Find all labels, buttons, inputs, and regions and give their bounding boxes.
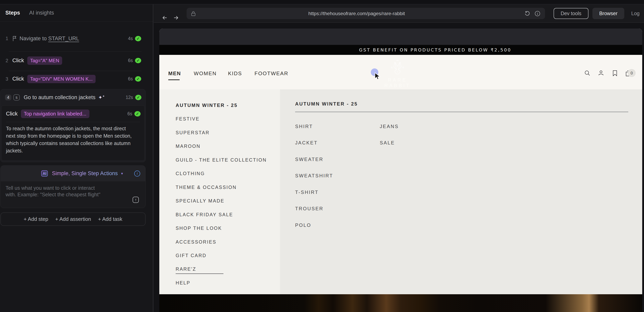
menu-item-rarez[interactable]: RARE'Z	[159, 262, 280, 276]
shop-logo[interactable]: R R RARE RABBIT	[378, 59, 418, 88]
step-success-icon: ✓	[134, 111, 140, 116]
menu-item-festive[interactable]: FESTIVE	[159, 112, 280, 126]
step-success-icon: ✓	[135, 36, 141, 41]
mega-menu-submenu: AUTUMN WINTER - 25 SHIRT JACKET SWEATER …	[280, 89, 642, 294]
ai-mode-title[interactable]: Simple, Single Step Actions	[52, 170, 118, 177]
divider	[6, 122, 140, 122]
step-number: 1	[6, 36, 12, 41]
start-url-link[interactable]: START_URL	[48, 36, 79, 42]
menu-item-guild[interactable]: GUILD - THE ELITE COLLECTION	[159, 153, 280, 167]
account-icon[interactable]	[598, 70, 604, 76]
forward-button[interactable]	[172, 14, 180, 22]
step-duration: 6s	[128, 111, 132, 116]
submenu-shirt[interactable]: SHIRT	[295, 124, 313, 129]
submenu-rule	[295, 112, 628, 112]
step-substep-card[interactable]: Click Top navigation link labeled... 6s✓…	[1, 105, 145, 161]
wishlist-icon[interactable]	[612, 70, 618, 76]
menu-item-help[interactable]: HELP	[159, 276, 280, 290]
shop-logo-text: RARE RABBIT	[378, 77, 418, 88]
ai-instruction-input[interactable]: Tell us what you want to click or intera…	[6, 185, 145, 198]
menu-item-autumn-winter[interactable]: AUTUMN WINTER - 25	[159, 99, 280, 112]
submenu-tshirt[interactable]: T-SHIRT	[295, 190, 318, 195]
menu-item-theme-occassion[interactable]: THEME & OCCASSION	[159, 181, 280, 194]
nav-women[interactable]: WOMEN	[194, 70, 217, 77]
nav-men[interactable]: MEN	[168, 70, 181, 77]
step-4-header[interactable]: 4 s Go to autum collection jackets ✦✦ 12…	[0, 89, 145, 105]
menu-item-gift-card[interactable]: GIFT CARD	[159, 249, 280, 263]
mega-menu: AUTUMN WINTER - 25 FESTIVE SUPERSTAR MAR…	[159, 89, 642, 294]
submenu-polo[interactable]: POLO	[295, 222, 311, 228]
nav-active-underline	[168, 79, 180, 80]
step-target-chip[interactable]: Tag="DIV" MEN WOMEN K...	[27, 75, 96, 83]
svg-text:R: R	[391, 66, 393, 69]
step-number: 3	[6, 76, 12, 82]
reload-icon[interactable]	[524, 11, 530, 17]
step-label: Navigate to START_URL	[20, 36, 79, 42]
cart-count-badge: 0	[628, 69, 636, 77]
submenu-jeans[interactable]: JEANS	[380, 124, 399, 129]
announcement-bar: GST BENEFIT ON PRODUCTS PRICED BELOW ₹2,…	[159, 45, 642, 55]
tab-steps[interactable]: Steps	[6, 10, 20, 16]
step-target-chip[interactable]: Top navigation link labeled...	[21, 109, 90, 118]
search-icon[interactable]	[584, 70, 590, 76]
step-row-3[interactable]: 3 Click Tag="DIV" MEN WOMEN K... 6s✓	[0, 69, 153, 88]
add-task-button[interactable]: + Add task	[98, 216, 122, 222]
step-duration: 6s	[128, 58, 133, 63]
submenu-jacket[interactable]: JACKET	[295, 140, 318, 146]
step-duration: 12s	[126, 95, 133, 100]
menu-item-maroon[interactable]: MAROON	[159, 140, 280, 153]
step-success-icon: ✓	[135, 95, 142, 100]
nav-footwear[interactable]: FOOTWEAR	[254, 70, 288, 77]
flag-icon	[12, 36, 17, 41]
step-action: Click	[12, 76, 24, 82]
submenu-sweatshirt[interactable]: SWEATSHIRT	[295, 173, 333, 179]
window-top-strip	[0, 0, 644, 5]
page-photo-strip	[159, 294, 642, 312]
step-row-2[interactable]: 2 Click Tag="A" MEN 6s✓	[0, 51, 153, 70]
sidebar-tabs: Steps AI insights	[0, 5, 153, 22]
mouse-cursor-icon	[374, 72, 382, 81]
step-card-4[interactable]: 4 s Go to autum collection jackets ✦✦ 12…	[0, 89, 146, 162]
ai-panel-header[interactable]: AI Simple, Single Step Actions ▾ i	[0, 166, 145, 181]
step-success-icon: ✓	[135, 58, 141, 63]
step-task-label: Go to autum collection jackets	[24, 94, 96, 101]
mega-menu-categories: AUTUMN WINTER - 25 FESTIVE SUPERSTAR MAR…	[159, 89, 280, 294]
step-number-badge: 4	[5, 95, 11, 100]
add-assertion-button[interactable]: + Add assertion	[55, 216, 91, 222]
submenu-sale[interactable]: SALE	[380, 140, 395, 146]
chevron-down-icon[interactable]: ▾	[121, 171, 123, 176]
page-info-icon[interactable]	[535, 11, 540, 16]
ai-badge-icon: AI	[41, 170, 48, 177]
keyboard-key-icon: s	[13, 94, 20, 101]
menu-item-shop-the-look[interactable]: SHOP THE LOOK	[159, 222, 280, 235]
browser-tab[interactable]: Browser	[592, 8, 624, 19]
url-bar[interactable]: https://thehouseofrare.com/pages/rare-ra…	[186, 8, 545, 19]
menu-item-superstar[interactable]: SUPERSTAR	[159, 126, 280, 140]
step-action: Click	[12, 57, 24, 64]
submenu-sweater[interactable]: SWEATER	[295, 157, 324, 162]
shop-navbar: MEN WOMEN KIDS FOOTWEAR R R RARE RABBIT	[159, 55, 642, 89]
browser-toolbar: https://thehouseofrare.com/pages/rare-ra…	[154, 5, 644, 23]
back-button[interactable]	[161, 14, 169, 22]
tab-ai-insights[interactable]: AI insights	[29, 10, 54, 16]
step-target-chip[interactable]: Tag="A" MEN	[27, 56, 62, 65]
nav-kids[interactable]: KIDS	[228, 70, 242, 77]
webpage-viewport: GST BENEFIT ON PRODUCTS PRICED BELOW ₹2,…	[159, 29, 642, 312]
menu-item-accessories[interactable]: ACCESSORIES	[159, 235, 280, 249]
menu-item-clothing[interactable]: CLOTHING	[159, 167, 280, 181]
page-hero-band	[159, 29, 642, 45]
info-icon[interactable]: i	[134, 171, 140, 177]
devtools-button[interactable]: Dev tools	[554, 8, 588, 19]
submenu-trouser[interactable]: TROUSER	[295, 206, 324, 211]
log-tab[interactable]: Log	[631, 11, 640, 16]
svg-text:R: R	[402, 66, 404, 69]
ai-action-panel: AI Simple, Single Step Actions ▾ i Tell …	[0, 165, 146, 208]
step-explanation-text: To reach the autumn collection jackets, …	[6, 125, 140, 154]
add-actions-bar: + Add step + Add assertion + Add task	[0, 212, 146, 226]
url-text[interactable]: https://thehouseofrare.com/pages/rare-ra…	[186, 11, 527, 16]
send-button[interactable]: ↑	[132, 197, 139, 203]
add-step-button[interactable]: + Add step	[24, 216, 48, 222]
step-row-1[interactable]: 1 Navigate to START_URL 4s✓	[0, 29, 153, 48]
menu-item-black-friday-sale[interactable]: BLACK FRIDAY SALE	[159, 208, 280, 222]
menu-item-specially-made[interactable]: SPECIALLY MADE	[159, 194, 280, 208]
